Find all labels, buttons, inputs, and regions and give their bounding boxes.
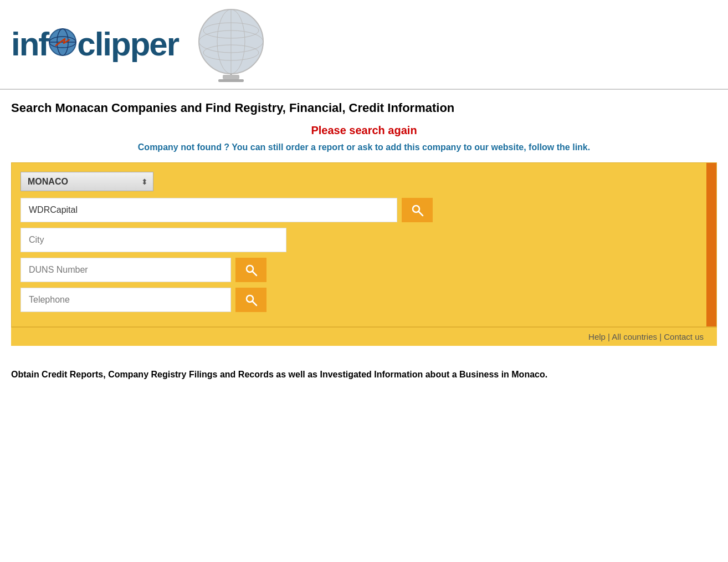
page-title: Search Monacan Companies and Find Regist…: [11, 101, 717, 115]
search-container: MONACO: [11, 162, 717, 327]
svg-line-16: [253, 272, 257, 275]
svg-rect-5: [218, 79, 244, 82]
country-select-row: MONACO: [20, 172, 708, 191]
svg-line-18: [253, 302, 257, 305]
company-name-search-button[interactable]: [402, 198, 433, 222]
please-search-again-text: Please search again: [11, 124, 717, 137]
duns-row: [20, 258, 708, 282]
duns-input[interactable]: [20, 258, 231, 282]
country-select-wrapper[interactable]: MONACO: [20, 172, 153, 191]
city-row: [20, 228, 708, 252]
globe-decoration-svg: [195, 6, 267, 83]
city-input[interactable]: [20, 228, 286, 252]
header-globe-decoration: [195, 6, 267, 83]
duns-search-button[interactable]: [235, 258, 266, 282]
help-link[interactable]: Help: [588, 332, 606, 341]
company-name-row: [20, 198, 708, 222]
all-countries-link[interactable]: All countries: [612, 332, 657, 341]
footer-links-bar: Help | All countries | Contact us: [11, 327, 717, 346]
telephone-search-icon: [244, 293, 258, 306]
telephone-search-button[interactable]: [235, 288, 266, 312]
svg-rect-4: [223, 75, 239, 79]
logo-text-clipper: clipper: [77, 28, 178, 61]
logo-globe-icon: [48, 28, 77, 59]
telephone-row: [20, 288, 708, 312]
company-name-input[interactable]: [20, 198, 397, 222]
svg-line-14: [419, 212, 423, 216]
bottom-description: Obtain Credit Reports, Company Registry …: [0, 357, 728, 381]
country-select[interactable]: MONACO: [20, 172, 153, 191]
duns-search-icon: [244, 263, 258, 277]
main-content: Search Monacan Companies and Find Regist…: [0, 90, 728, 357]
contact-us-link[interactable]: Contact us: [664, 332, 704, 341]
telephone-input[interactable]: [20, 288, 231, 312]
search-icon: [411, 203, 424, 217]
company-not-found-text: Company not found ? You can still order …: [11, 141, 717, 154]
logo-text-info: inf: [11, 28, 48, 61]
header: inf clipper: [0, 0, 728, 90]
